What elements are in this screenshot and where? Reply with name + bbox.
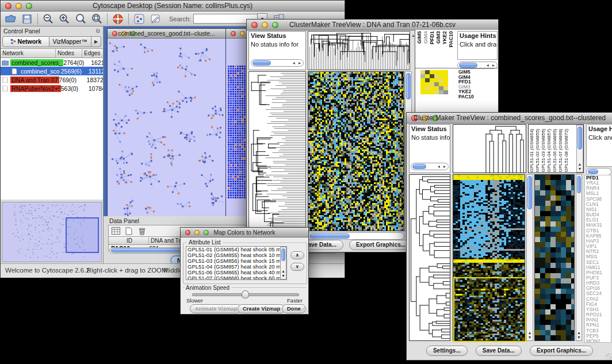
hscroll-arrows-icon[interactable]: ◂ ▸ xyxy=(293,60,302,66)
attribute-item[interactable]: GPL51-07 (GSM868) heat shock 60 min xyxy=(186,275,286,280)
matrix-cell[interactable] xyxy=(443,90,448,94)
matrix-cell[interactable] xyxy=(430,74,434,78)
column-label[interactable]: YKE2 xyxy=(442,31,448,45)
zoom-heatmap-vscrollbar[interactable]: ▲▼ xyxy=(576,174,582,341)
matrix-cell[interactable] xyxy=(434,90,439,94)
heatmap-hscrollbar[interactable] xyxy=(308,232,404,240)
data-col-id[interactable]: ID xyxy=(109,237,149,244)
vscroll-thumb[interactable] xyxy=(527,176,532,209)
zoom-out-icon[interactable] xyxy=(40,13,56,25)
matrix-cell[interactable] xyxy=(425,90,430,94)
matrix-cell[interactable] xyxy=(443,78,448,82)
matrix-cell[interactable] xyxy=(420,78,425,82)
vscroll-thumb[interactable] xyxy=(281,248,285,261)
treeview-action-button[interactable]: Export Graphics... xyxy=(349,240,412,250)
resize-grip[interactable] xyxy=(606,353,612,359)
attribute-table-icon[interactable] xyxy=(110,226,121,236)
matrix-cell[interactable] xyxy=(439,86,443,90)
gene-label[interactable]: MON2 xyxy=(586,339,611,343)
column-label[interactable]: GIM3 xyxy=(435,31,442,44)
matrix-cell[interactable] xyxy=(443,82,448,86)
new-attribute-icon[interactable] xyxy=(123,226,135,236)
main-titlebar[interactable]: Cytoscape Desktop (Session Name: collins… xyxy=(1,1,345,12)
heatmap-canvas[interactable] xyxy=(308,72,404,231)
column-label[interactable]: GPL51-06 (GSM865) xyxy=(552,129,558,173)
matrix-cell[interactable] xyxy=(439,70,443,74)
column-label[interactable]: PAC10 xyxy=(448,31,454,47)
matrix-cell[interactable] xyxy=(439,78,443,82)
row-dendrogram-canvas[interactable] xyxy=(249,72,305,231)
matrix-cell[interactable] xyxy=(430,70,434,74)
zoom-in-icon[interactable] xyxy=(56,13,72,25)
move-down-button[interactable]: ∨ xyxy=(290,263,304,271)
matrix-cell[interactable] xyxy=(434,74,439,78)
vscroll-arrows-icon[interactable]: ▲▼ xyxy=(281,269,286,278)
correlation-matrix[interactable] xyxy=(420,70,448,94)
minimize-button[interactable] xyxy=(240,31,245,36)
view-status-hscrollbar[interactable]: ◂ ▸ xyxy=(411,163,449,170)
vscroll-arrows-icon[interactable]: ▲▼ xyxy=(576,331,582,340)
column-label[interactable]: GIM4 xyxy=(423,31,429,44)
row-dendrogram-canvas[interactable] xyxy=(410,175,450,340)
heatmap-selection-rect[interactable] xyxy=(453,277,526,342)
network-view-titlebar[interactable]: combined_scores_good.txt--cluste... xyxy=(108,29,225,39)
speed-slider-thumb[interactable] xyxy=(242,290,249,298)
matrix-cell[interactable] xyxy=(430,90,434,94)
matrix-cell[interactable] xyxy=(430,82,434,86)
network-tree-row[interactable]: combined_sco 2569(6) 13112(15) xyxy=(1,67,103,75)
annotation-icon[interactable] xyxy=(147,13,163,25)
col-nodes[interactable]: Nodes xyxy=(56,49,82,58)
matrix-cell[interactable] xyxy=(425,82,430,86)
matrix-cell[interactable] xyxy=(434,78,439,82)
treeview-action-button[interactable]: Export Graphics... xyxy=(530,346,593,356)
vscroll-thumb[interactable] xyxy=(406,73,411,99)
hscroll-thumb[interactable] xyxy=(459,63,477,68)
birdseye-view[interactable] xyxy=(2,202,102,262)
view-status-hscrollbar[interactable]: ◂ ▸ xyxy=(251,59,304,67)
create-vizmap-button[interactable]: Create Vizmap xyxy=(238,304,285,313)
matrix-cell[interactable] xyxy=(434,82,439,86)
open-folder-icon[interactable] xyxy=(3,13,19,25)
attribute-list-vscrollbar[interactable]: ▲▼ xyxy=(280,247,286,279)
treeview2-titlebar[interactable]: ClusterMaker TreeView : combined_scores_… xyxy=(407,113,612,124)
tab-vizmapper[interactable]: VizMapper™ xyxy=(49,36,91,47)
attribute-listbox[interactable]: GPL51-01 (GSM854) heat shock 05 minGPL51… xyxy=(186,246,287,280)
matrix-cell[interactable] xyxy=(420,86,425,90)
hscroll-arrows-icon[interactable]: ◂ ▸ xyxy=(438,163,447,170)
tab-network[interactable]: Network xyxy=(2,36,49,47)
treeview1-titlebar[interactable]: ClusterMaker TreeView : DNA and Tran 07-… xyxy=(247,20,498,30)
matrix-cell[interactable] xyxy=(425,86,430,90)
matrix-cell[interactable] xyxy=(420,74,425,78)
matrix-cell[interactable] xyxy=(430,86,434,90)
matrix-cell[interactable] xyxy=(439,74,443,78)
hscroll-thumb[interactable] xyxy=(253,60,271,66)
column-label[interactable]: GPL51-07 (GSM868) xyxy=(558,129,564,173)
matrix-cell[interactable] xyxy=(439,82,443,86)
heatmap-vscrollbar[interactable]: ▲▼ xyxy=(526,174,533,341)
vizmapper-icon[interactable] xyxy=(131,13,147,25)
hscroll-thumb[interactable] xyxy=(309,233,350,239)
save-icon[interactable] xyxy=(19,13,35,25)
matrix-cell[interactable] xyxy=(420,90,425,94)
treeview-action-button[interactable]: Settings... xyxy=(426,346,468,356)
matrix-cell[interactable] xyxy=(420,70,425,74)
matrix-cell[interactable] xyxy=(443,70,448,74)
matrix-row-label[interactable]: PAC10 xyxy=(458,94,474,99)
column-label[interactable]: GPL51-01 (GSM854) xyxy=(529,129,535,173)
hscroll-thumb[interactable] xyxy=(588,169,598,174)
column-dendrogram-canvas[interactable] xyxy=(308,32,410,70)
network-tree-row[interactable]: DNA and Tran 07 769(0) 183728(0) xyxy=(1,75,103,84)
column-dendrogram-canvas[interactable] xyxy=(453,125,526,173)
tabs-overflow-button[interactable]: ▶ xyxy=(91,36,101,47)
vscroll-arrows-icon[interactable]: ▲▼ xyxy=(527,331,533,340)
matrix-cell[interactable] xyxy=(425,70,430,74)
column-label[interactable]: GPL51-08 (GSM872) xyxy=(564,129,569,173)
zoom-fit-icon[interactable] xyxy=(72,13,89,25)
vscroll-thumb[interactable] xyxy=(577,176,581,193)
hscroll-thumb[interactable] xyxy=(412,164,426,169)
matrix-cell[interactable] xyxy=(425,74,430,78)
float-panel-icon[interactable]: ⧉ xyxy=(96,28,100,35)
help-lifering-icon[interactable] xyxy=(110,13,126,25)
matrix-cell[interactable] xyxy=(443,86,448,90)
close-button[interactable] xyxy=(231,31,236,36)
